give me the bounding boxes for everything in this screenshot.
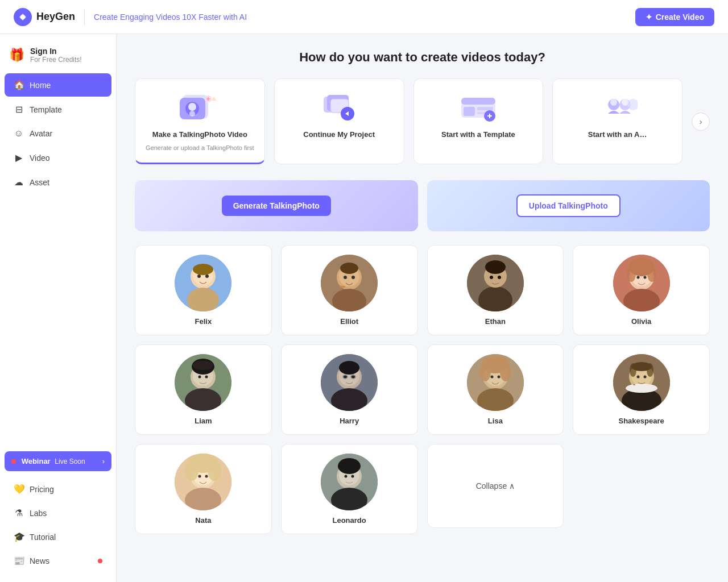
svg-point-36 [340,263,358,274]
generate-panel[interactable]: Generate TalkingPhoto [135,180,418,231]
sidebar-item-home[interactable]: 🏠 Home [5,73,111,97]
avatar-card-lisa[interactable]: Lisa [427,344,564,435]
avatar-icon: ☺ [14,128,24,139]
layout: 🎁 Sign In For Free Credits! 🏠 Home ⊟ Tem… [0,34,728,582]
collapse-button[interactable]: Collapse ∧ [427,444,564,528]
webinar-live-dot [11,459,16,464]
create-video-icon: ✦ [646,13,652,22]
webinar-banner[interactable]: Webinar Live Soon › [5,451,111,471]
avatar-card-leonardo[interactable]: Leonardo [281,444,418,534]
header: HeyGen Create Engaging Videos 10X Faster… [0,0,728,34]
page-title: How do you want to create videos today? [135,50,710,65]
svg-point-107 [351,475,354,478]
sidebar-item-pricing-label: Pricing [30,485,54,494]
svg-point-54 [643,276,646,279]
sidebar-item-avatar[interactable]: ☺ Avatar [5,122,111,145]
svg-rect-15 [461,98,495,105]
generate-talking-photo-button[interactable]: Generate TalkingPhoto [222,196,331,216]
avatar-img-nata [175,454,231,510]
collapse-label: Collapse ∧ [476,481,515,490]
card-continue-project[interactable]: Continue My Project [274,78,404,164]
avatar-card-harry[interactable]: Harry [281,344,418,435]
gift-icon: 🎁 [9,48,24,63]
card-avatar-label: Start with an A… [588,130,647,139]
avatar-name-nata: Nata [144,516,262,525]
sign-in-sub: For Free Credits! [30,56,82,64]
cards-row: Make a TalkingPhoto Video Generate or up… [135,78,710,164]
card-template[interactable]: Start with a Template [413,78,544,164]
avatar-name-shakespeare: Shakespeare [582,417,700,425]
cards-next-button[interactable]: › [692,113,710,131]
svg-point-37 [344,276,347,279]
webinar-info: Webinar Live Soon [11,457,85,465]
card-continue-label: Continue My Project [303,130,375,139]
card-talking-photo[interactable]: Make a TalkingPhoto Video Generate or up… [135,78,265,164]
svg-point-44 [490,276,493,279]
sidebar-item-asset[interactable]: ☁ Asset [5,171,111,194]
avatar-img-felix [175,255,231,311]
upload-talking-photo-button[interactable]: Upload TalkingPhoto [516,194,621,217]
tutorial-icon: 🎓 [14,531,24,542]
sidebar-item-labs[interactable]: ⚗ Labs [5,501,111,525]
create-video-button[interactable]: ✦ Create Video [635,8,714,26]
avatar-name-olivia: Olivia [582,317,700,326]
avatar-card-olivia[interactable]: Olivia [573,245,710,335]
svg-point-100 [205,475,208,478]
sidebar-item-avatar-label: Avatar [30,129,52,138]
avatar-start-icon-area [595,90,640,124]
avatar-img-harry [321,354,378,411]
sidebar-item-template-label: Template [30,105,62,114]
svg-point-53 [636,276,639,279]
template-icon: ⊟ [14,104,24,115]
sidebar-item-news[interactable]: 📰 News [5,549,111,572]
card-talking-photo-sub: Generate or upload a TalkingPhoto first [146,144,254,151]
sidebar: 🎁 Sign In For Free Credits! 🏠 Home ⊟ Tem… [0,34,117,582]
svg-point-38 [351,276,355,279]
avatar-name-leonardo: Leonardo [291,516,408,525]
sign-in-area[interactable]: 🎁 Sign In For Free Credits! [0,41,116,69]
avatar-name-liam: Liam [144,417,262,425]
sidebar-item-pricing[interactable]: 💛 Pricing [5,477,111,501]
logo[interactable]: HeyGen [14,8,75,26]
webinar-label: Webinar [22,457,51,465]
bottom-nav: 💛 Pricing ⚗ Labs 🎓 Tutorial 📰 News [0,475,116,575]
card-avatar-start[interactable]: Start with an A… [552,78,682,164]
pricing-icon: 💛 [14,484,24,494]
upload-panel[interactable]: Upload TalkingPhoto [427,180,710,231]
avatar-card-nata[interactable]: Nata [135,444,272,534]
svg-point-31 [205,275,209,278]
svg-rect-91 [633,384,635,385]
avatar-card-elliot[interactable]: Elliot [281,245,418,335]
sidebar-item-tutorial-label: Tutorial [30,533,56,542]
create-video-label: Create Video [656,13,704,22]
header-tagline: Create Engaging Videos 10X Faster with A… [94,13,247,22]
svg-point-5 [188,103,196,111]
svg-point-89 [636,376,639,379]
sign-in-text: Sign In For Free Credits! [30,47,82,64]
avatar-card-ethan[interactable]: Ethan [427,245,564,335]
sidebar-item-tutorial[interactable]: 🎓 Tutorial [5,525,111,548]
svg-point-60 [193,361,213,370]
svg-point-29 [193,264,213,275]
svg-point-62 [205,376,208,379]
news-icon: 📰 [14,555,24,566]
sidebar-item-home-label: Home [30,81,51,90]
header-divider [84,9,85,25]
avatar-card-felix[interactable]: Felix [135,245,272,335]
avatar-name-elliot: Elliot [291,317,408,326]
svg-point-79 [490,376,493,379]
svg-point-45 [498,276,501,279]
avatar-name-harry: Harry [291,417,408,425]
svg-point-80 [497,376,500,379]
avatar-card-liam[interactable]: Liam [135,344,272,435]
webinar-sub: Live Soon [55,458,85,465]
avatar-img-leonardo [321,454,378,510]
sidebar-item-video[interactable]: ▶ Video [5,146,111,169]
labs-icon: ⚗ [14,508,24,518]
svg-point-99 [198,475,201,478]
avatar-card-shakespeare[interactable]: Shakespeare [573,344,710,435]
sidebar-item-template[interactable]: ⊟ Template [5,98,111,121]
svg-rect-39 [340,286,345,288]
avatar-img-elliot [321,255,378,311]
avatar-name-felix: Felix [144,317,262,326]
